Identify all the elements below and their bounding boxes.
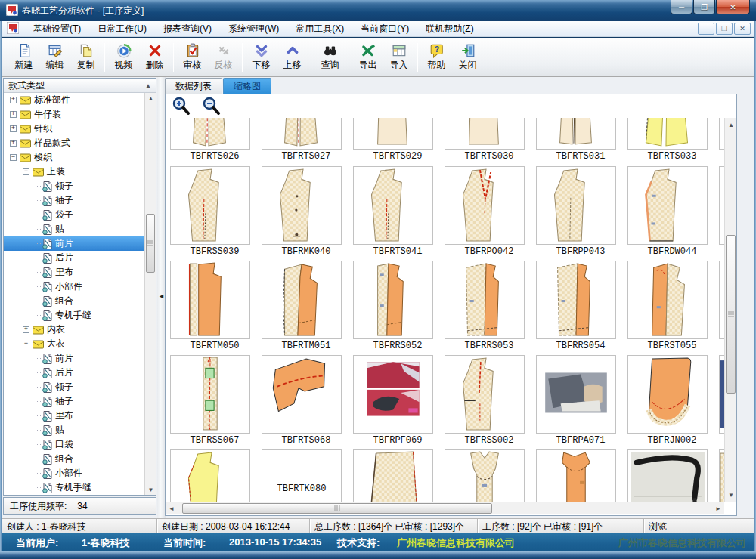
tree-item-组合[interactable]: 组合 [4, 452, 145, 466]
tree-item-小部件[interactable]: 小部件 [4, 280, 145, 294]
thumbnail-r4c7[interactable] [719, 355, 724, 434]
tree-expander-icon[interactable]: + [23, 326, 29, 333]
tree-item-口袋[interactable]: 口袋 [4, 437, 145, 452]
thumbnail-TBFRTS030[interactable] [445, 118, 525, 150]
tree-scroll-down-icon[interactable]: ▼ [145, 484, 156, 495]
toolbar-button-2[interactable]: 编辑 [39, 40, 70, 75]
toolbar-button-5[interactable]: 删除 [139, 40, 170, 75]
thumbnail-TBFRTS026[interactable] [170, 118, 250, 150]
zoom-out-icon[interactable] [202, 97, 222, 119]
tree-item-袋子[interactable]: 袋子 [4, 208, 145, 222]
tree-item-样品款式[interactable]: +样品款式 [4, 136, 145, 150]
thumbnail-TBFRRS053[interactable] [445, 261, 525, 339]
zoom-in-icon[interactable] [172, 97, 192, 119]
tree-expander-icon[interactable]: + [10, 97, 17, 103]
thumbnail-TBFRDW044[interactable] [627, 166, 708, 245]
tab-data-list[interactable]: 数据列表 [165, 78, 222, 94]
tree-item-贴[interactable]: 贴 [4, 423, 145, 437]
tab-thumbnails[interactable]: 缩略图 [223, 78, 271, 94]
toolbar-button-9[interactable]: 上移 [277, 40, 308, 75]
tree-item-梭织[interactable]: −梭织 [4, 150, 145, 165]
tree-item-领子[interactable]: 领子 [4, 179, 145, 193]
maximize-button[interactable]: ❐ [693, 0, 715, 14]
splitter-collapse-icon[interactable]: ◄ [158, 292, 165, 300]
thumbnail-TBFRTS027[interactable] [262, 118, 342, 150]
tree-item-前片[interactable]: 前片 [4, 236, 145, 251]
toolbar-button-3[interactable]: 复制 [70, 40, 101, 75]
thumbnail-TBFRJN002[interactable] [627, 355, 708, 434]
thumbnail-TBFRTS031[interactable] [536, 118, 616, 150]
tree-item-袖子[interactable]: 袖子 [4, 193, 145, 208]
thumbnail-r5c1[interactable] [170, 449, 250, 502]
tree-expander-icon[interactable]: + [10, 125, 17, 132]
thumbnail-r3c7[interactable] [719, 261, 724, 339]
thumbnail-TBFRPP043[interactable] [536, 166, 616, 245]
thumbnail-TBFRTS029[interactable] [353, 118, 433, 150]
tree-expander-icon[interactable]: − [23, 341, 29, 347]
horizontal-scrollbar[interactable]: ◄ ► [166, 502, 724, 514]
close-button[interactable]: ✕ [716, 0, 750, 14]
menu-item-6[interactable]: 当前窗口(Y) [352, 21, 417, 37]
tree-item-里布[interactable]: 里布 [4, 409, 145, 423]
tree-item-后片[interactable]: 后片 [4, 251, 145, 265]
thumbnail-TBFRPO042[interactable] [445, 166, 525, 245]
tree-item-大衣[interactable]: −大衣 [4, 337, 145, 351]
tree-scroll-thumb[interactable] [146, 214, 155, 273]
mdi-minimize-button[interactable]: ─ [698, 23, 714, 35]
scroll-left-icon[interactable]: ◄ [166, 502, 178, 515]
thumbnail-TBFRTM050[interactable] [170, 261, 250, 339]
thumbnail-r5c6[interactable] [627, 449, 708, 502]
thumbnail-TBFRSS039[interactable] [170, 166, 250, 245]
thumbnail-r5c4[interactable] [445, 449, 525, 502]
tree-item-贴[interactable]: 贴 [4, 222, 145, 236]
mdi-close-button[interactable]: ✕ [734, 23, 751, 35]
thumbnail-TBFRRS052[interactable] [353, 261, 433, 339]
tree-expander-icon[interactable]: − [23, 168, 29, 175]
tree-scrollbar[interactable]: ▲ ▼ [144, 93, 156, 495]
tree-header[interactable]: 款式类型 ▲ [4, 79, 156, 93]
scroll-right-icon[interactable]: ► [712, 502, 724, 515]
thumbnail-r5c3[interactable] [353, 449, 433, 502]
scroll-up-icon[interactable]: ▲ [725, 119, 737, 130]
tree-item-针织[interactable]: +针织 [4, 122, 145, 136]
thumbnail-TBFRST055[interactable] [627, 261, 708, 339]
toolbar-button-10[interactable]: 查询 [314, 40, 345, 75]
menu-item-1[interactable]: 基础设置(T) [25, 21, 89, 37]
tree-item-领子[interactable]: 领子 [4, 380, 145, 394]
thumbnail-r2c7[interactable] [719, 166, 724, 245]
minimize-button[interactable]: ─ [671, 0, 692, 14]
tree-item-袖子[interactable]: 袖子 [4, 394, 145, 409]
menu-item-4[interactable]: 系统管理(W) [220, 21, 287, 37]
thumbnail-TBFRTM051[interactable] [262, 261, 342, 339]
thumbnail-TBFRSS067[interactable] [170, 355, 250, 434]
toolbar-button-13[interactable]: ?帮助 [421, 40, 452, 75]
tree-item-标准部件[interactable]: +标准部件 [4, 93, 145, 107]
thumbnail-TBFRMK040[interactable] [262, 166, 342, 245]
toolbar-button-11[interactable]: 导出 [352, 40, 383, 75]
toolbar-button-14[interactable]: 关闭 [452, 40, 483, 75]
vscroll-thumb[interactable] [726, 235, 736, 394]
tree-item-里布[interactable]: 里布 [4, 265, 145, 280]
tree-item-专机手缝[interactable]: 专机手缝 [4, 308, 145, 323]
tree-item-小部件[interactable]: 小部件 [4, 466, 145, 480]
scroll-down-icon[interactable]: ▼ [725, 490, 737, 500]
hscroll-thumb[interactable] [182, 503, 492, 514]
tree-expander-icon[interactable]: + [10, 140, 17, 147]
tree-item-专机手缝[interactable]: 专机手缝 [4, 480, 145, 495]
menu-item-3[interactable]: 报表查询(V) [155, 21, 220, 37]
thumbnail-TBFRRS054[interactable] [536, 261, 616, 339]
thumbnail-TBFRSS002[interactable] [445, 355, 525, 434]
thumbnail-r5c5[interactable] [536, 449, 616, 502]
toolbar-button-6[interactable]: 审核 [177, 40, 208, 75]
tree-item-组合[interactable]: 组合 [4, 294, 145, 308]
menu-item-2[interactable]: 日常工作(U) [89, 21, 155, 37]
toolbar-button-8[interactable]: 下移 [246, 40, 277, 75]
tree-expander-icon[interactable]: − [10, 154, 17, 161]
thumbnail-r5c7[interactable] [719, 449, 724, 502]
tree-item-前片[interactable]: 前片 [4, 351, 145, 366]
tree-item-后片[interactable]: 后片 [4, 366, 145, 380]
vertical-scrollbar[interactable]: ▲ ▼ [724, 118, 736, 502]
toolbar-button-1[interactable]: 新建 [8, 40, 39, 75]
mdi-restore-button[interactable]: ❐ [716, 23, 733, 35]
toolbar-button-12[interactable]: 导入 [383, 40, 414, 75]
